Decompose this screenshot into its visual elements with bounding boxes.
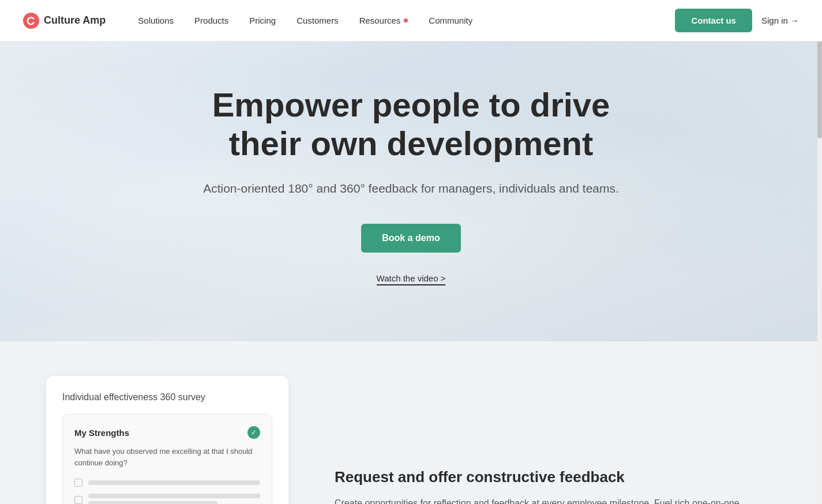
nav-products[interactable]: Products xyxy=(185,11,238,30)
survey-check-icon: ✓ xyxy=(247,426,260,439)
survey-option-1 xyxy=(74,479,260,487)
option-bar-line-2a xyxy=(88,494,260,498)
right-content-area: Request and offer constructive feedback … xyxy=(335,376,776,504)
culture-amp-logo-icon xyxy=(23,13,39,29)
scrollbar[interactable] xyxy=(817,0,822,504)
logo-text: Culture Amp xyxy=(44,14,106,27)
nav-links: Solutions Products Pricing Customers Res… xyxy=(129,11,675,30)
nav-solutions[interactable]: Solutions xyxy=(129,11,183,30)
hero-subtitle: Action-oriented 180° and 360° feedback f… xyxy=(181,179,642,198)
resources-notification-dot xyxy=(404,18,408,22)
svg-point-0 xyxy=(23,13,39,29)
hero-section: Empower people to drive their own develo… xyxy=(0,42,822,341)
option-bar-1 xyxy=(88,480,260,485)
nav-resources[interactable]: Resources xyxy=(350,11,418,30)
nav-right: Contact us Sign in → xyxy=(675,9,799,32)
book-demo-button[interactable]: Book a demo xyxy=(361,224,460,253)
survey-inner-header: My Strengths ✓ xyxy=(74,426,260,439)
survey-inner-card: My Strengths ✓ What have you observed me… xyxy=(62,414,272,504)
right-content-title: Request and offer constructive feedback xyxy=(335,468,776,486)
nav-pricing[interactable]: Pricing xyxy=(240,11,285,30)
contact-us-button[interactable]: Contact us xyxy=(675,9,752,32)
option-checkbox-2[interactable] xyxy=(74,496,82,504)
nav-customers[interactable]: Customers xyxy=(287,11,348,30)
right-content-text: Create opportunities for reflection and … xyxy=(335,495,776,504)
survey-card: Individual effectiveness 360 survey My S… xyxy=(46,376,288,504)
survey-option-2 xyxy=(74,494,260,504)
hero-content: Empower people to drive their own develo… xyxy=(181,86,642,285)
lower-section: Individual effectiveness 360 survey My S… xyxy=(0,341,822,504)
survey-strengths-title: My Strengths xyxy=(74,428,129,438)
logo[interactable]: Culture Amp xyxy=(23,13,106,29)
hero-cta-group: Book a demo xyxy=(181,224,642,264)
survey-card-title: Individual effectiveness 360 survey xyxy=(62,392,272,403)
nav-community[interactable]: Community xyxy=(419,11,482,30)
sign-in-link[interactable]: Sign in → xyxy=(761,16,799,25)
hero-title: Empower people to drive their own develo… xyxy=(181,86,642,163)
navbar: Culture Amp Solutions Products Pricing C… xyxy=(0,0,822,42)
option-bar-group-2 xyxy=(88,494,260,504)
watch-video-link[interactable]: Watch the video > xyxy=(377,273,446,285)
scrollbar-thumb[interactable] xyxy=(817,35,822,138)
option-checkbox-1[interactable] xyxy=(74,479,82,487)
survey-question-text: What have you observed me excelling at t… xyxy=(74,446,260,468)
survey-options xyxy=(74,479,260,504)
option-bar-line-2b xyxy=(88,501,217,504)
